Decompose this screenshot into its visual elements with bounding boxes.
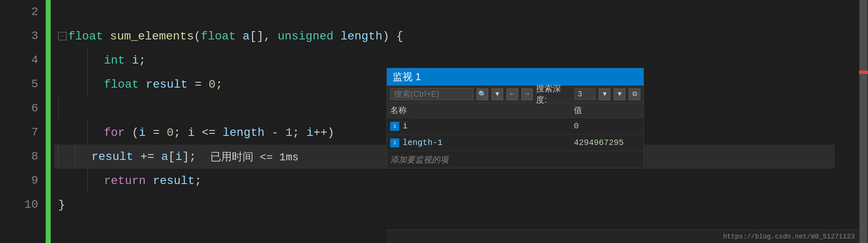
line-num-9: 9 [0, 169, 46, 193]
collapse-icon[interactable]: - [58, 32, 66, 40]
dropdown-icon[interactable]: ▼ [492, 88, 503, 100]
search-icon[interactable]: 🔍 [477, 88, 488, 100]
depth-label: 搜索深度: [536, 83, 571, 106]
line-num-8: 8 [0, 145, 46, 169]
copy-icon[interactable]: ⧉ [629, 88, 640, 100]
status-bar: https://blog.csdn.net/m0_51271123 [386, 230, 859, 243]
status-url: https://blog.csdn.net/m0_51271123 [723, 233, 855, 241]
watch-row-i[interactable]: i i 0 [387, 118, 644, 135]
watch-row-length1[interactable]: i length-1 4294967295 [387, 135, 644, 151]
watch-value-length1: 4294967295 [574, 138, 640, 147]
scrollbar-thumb[interactable] [860, 0, 867, 243]
watch-name-i: i [403, 121, 574, 131]
filter-icon[interactable]: ▼ [614, 88, 625, 100]
line-num-6: 6 [0, 96, 46, 120]
depth-input[interactable] [575, 88, 595, 100]
watch-title-bar: 监视 1 [387, 68, 644, 86]
var-icon-length: i [390, 138, 399, 147]
line-num-5: 5 [0, 72, 46, 96]
arrow-right-icon[interactable]: → [521, 88, 533, 100]
code-line-10: } [54, 193, 835, 217]
col-name-header: 名称 [390, 105, 574, 116]
scrollbar[interactable] [859, 0, 868, 243]
watch-toolbar: 🔍 ▼ ← → 搜索深度: ▼ ▼ ⧉ [387, 86, 644, 103]
watch-table-header: 名称 值 [387, 103, 644, 118]
var-icon-i: i [390, 122, 399, 131]
watch-name-length1: length-1 [403, 138, 574, 147]
watch-panel: 监视 1 🔍 ▼ ← → 搜索深度: ▼ ▼ ⧉ 名称 值 i i 0 i le… [386, 68, 644, 168]
col-value-header: 值 [574, 105, 640, 116]
code-line-3: -float sum_elements(float a[], unsigned … [54, 24, 835, 48]
code-line-9: return result; [54, 169, 835, 193]
line-num-4: 4 [0, 48, 46, 72]
watch-title: 监视 1 [393, 70, 421, 83]
watch-add-row[interactable]: 添加要监视的项 [387, 151, 644, 168]
line-num-10: 10 [0, 193, 46, 217]
arrow-left-icon[interactable]: ← [507, 88, 518, 100]
line-num-3: 3 [0, 24, 46, 48]
code-line-2 [54, 0, 835, 24]
line-num-7: 7 [0, 120, 46, 145]
watch-search-input[interactable] [390, 88, 473, 100]
scrollbar-marker [859, 71, 868, 74]
watch-value-i: 0 [574, 121, 640, 131]
gutter-bar [46, 0, 51, 243]
line-numbers: 2 3 4 5 6 7 8 9 10 [0, 0, 46, 243]
depth-dropdown-icon[interactable]: ▼ [599, 88, 610, 100]
line-num-2: 2 [0, 0, 46, 24]
watch-add-label: 添加要监视的项 [390, 154, 448, 165]
